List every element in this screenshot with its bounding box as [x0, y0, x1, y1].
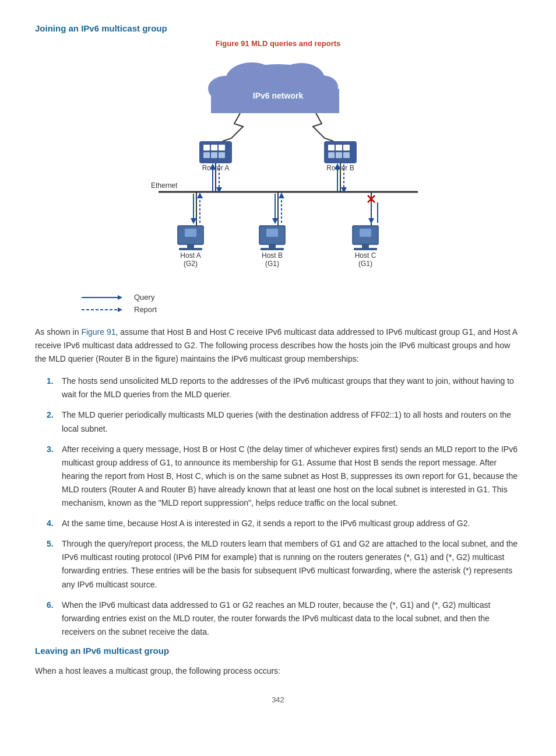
- svg-rect-20: [336, 152, 342, 158]
- svg-marker-72: [118, 307, 122, 312]
- legend-query-line: [82, 293, 128, 302]
- step-4-num: 4.: [47, 517, 57, 530]
- svg-rect-54: [179, 248, 202, 250]
- legend-query: Query: [82, 293, 157, 302]
- svg-text:Host A: Host A: [180, 251, 200, 260]
- step-2: 2. The MLD querier periodically multicas…: [47, 408, 521, 435]
- svg-marker-43: [272, 218, 278, 224]
- section2-title: Leaving an IPv6 multicast group: [35, 646, 521, 656]
- svg-text:Host B: Host B: [262, 251, 283, 260]
- figure-title: Figure 91 MLD queries and reports: [35, 39, 521, 48]
- legend-query-label: Query: [134, 293, 154, 302]
- step-6-num: 6.: [47, 598, 57, 639]
- section1-title: Joining an IPv6 multicast group: [35, 23, 521, 33]
- svg-rect-60: [261, 248, 284, 250]
- page-number: 342: [35, 695, 521, 704]
- legend-report-label: Report: [134, 305, 157, 314]
- svg-rect-12: [211, 152, 217, 158]
- svg-marker-70: [118, 295, 122, 300]
- svg-text:Ethernet: Ethernet: [151, 181, 178, 190]
- figure91-link[interactable]: Figure 91: [81, 327, 115, 337]
- legend: Query Report: [82, 293, 157, 314]
- step-2-text: The MLD querier periodically multicasts …: [62, 408, 521, 435]
- step-1: 1. The hosts send unsolicited MLD report…: [47, 374, 521, 401]
- svg-marker-49: [368, 218, 374, 224]
- svg-rect-10: [219, 145, 225, 150]
- svg-rect-58: [266, 229, 278, 237]
- svg-rect-21: [343, 152, 350, 158]
- svg-rect-17: [336, 145, 342, 150]
- svg-rect-11: [203, 152, 210, 158]
- step-6-text: When the IPv6 multicast data addressed t…: [62, 598, 521, 639]
- legend-report-line: [82, 306, 128, 314]
- svg-rect-52: [185, 229, 196, 237]
- svg-rect-66: [354, 248, 377, 250]
- svg-rect-9: [211, 145, 217, 150]
- step-2-num: 2.: [47, 408, 57, 435]
- step-5-text: Through the query/report process, the ML…: [62, 537, 521, 591]
- svg-marker-45: [279, 192, 284, 198]
- figure-container: IPv6 network Router A Router B Ethernet: [35, 57, 521, 314]
- step-4-text: At the same time, because Host A is inte…: [62, 517, 470, 530]
- steps-list: 1. The hosts send unsolicited MLD report…: [47, 374, 521, 639]
- svg-text:(G1): (G1): [265, 260, 279, 268]
- svg-rect-64: [360, 229, 371, 237]
- step-5: 5. Through the query/report process, the…: [47, 537, 521, 591]
- svg-rect-13: [219, 152, 225, 158]
- step-5-num: 5.: [47, 537, 57, 591]
- step-6: 6. When the IPv6 multicast data addresse…: [47, 598, 521, 639]
- svg-marker-39: [191, 218, 196, 224]
- step-3-num: 3.: [47, 443, 57, 510]
- step-1-text: The hosts send unsolicited MLD reports t…: [62, 374, 521, 401]
- step-4: 4. At the same time, because Host A is i…: [47, 517, 521, 530]
- svg-rect-8: [203, 145, 210, 150]
- diagram-svg: IPv6 network Router A Router B Ethernet: [109, 57, 447, 290]
- body-intro: As shown in Figure 91, assume that Host …: [35, 326, 521, 366]
- step-3-text: After receiving a query message, Host B …: [62, 443, 521, 510]
- legend-report: Report: [82, 305, 157, 314]
- step-1-num: 1.: [47, 374, 57, 401]
- svg-text:(G1): (G1): [358, 260, 372, 268]
- svg-rect-19: [328, 152, 335, 158]
- svg-rect-53: [187, 244, 194, 248]
- svg-text:Host C: Host C: [355, 251, 376, 260]
- section2-body: When a host leaves a multicast group, th…: [35, 664, 521, 678]
- svg-rect-59: [269, 244, 276, 248]
- svg-rect-16: [328, 145, 335, 150]
- svg-text:IPv6 network: IPv6 network: [253, 91, 304, 100]
- svg-marker-41: [197, 192, 203, 198]
- svg-rect-65: [362, 244, 369, 248]
- svg-rect-18: [343, 145, 350, 150]
- step-3: 3. After receiving a query message, Host…: [47, 443, 521, 510]
- svg-text:(G2): (G2): [184, 260, 198, 268]
